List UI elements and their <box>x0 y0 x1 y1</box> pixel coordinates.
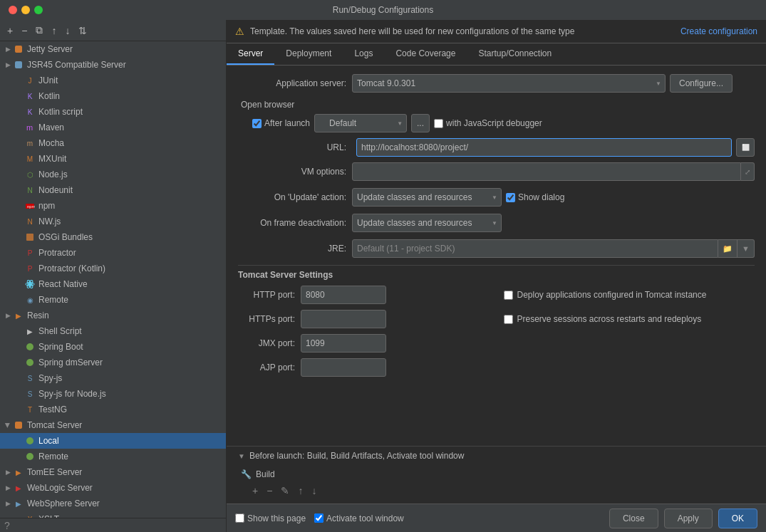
sidebar-item-spring-boot[interactable]: Spring Boot <box>0 339 226 355</box>
sidebar-item-testng[interactable]: TTestNG <box>0 402 226 417</box>
ajp-port-input[interactable] <box>301 358 386 377</box>
after-launch-checkbox[interactable] <box>252 119 262 128</box>
sidebar-item-label-websphere: WebSphere Server <box>27 499 100 508</box>
before-launch-header[interactable]: ▼ Before launch: Build, Build Artifacts,… <box>227 446 766 465</box>
launch-edit-button[interactable]: ✎ <box>278 484 292 498</box>
url-control: ⬜ <box>356 138 755 157</box>
remove-config-button[interactable]: − <box>19 24 30 38</box>
svg-point-11 <box>26 359 33 366</box>
add-config-button[interactable]: + <box>4 24 16 38</box>
js-debugger-checkbox-wrap: with JavaScript debugger <box>434 118 542 128</box>
launch-move-down-button[interactable]: ↓ <box>309 484 319 498</box>
launch-add-button[interactable]: + <box>249 484 261 498</box>
sidebar-item-spy-js-node[interactable]: SSpy-js for Node.js <box>0 386 226 402</box>
jre-dropdown-button[interactable]: ▼ <box>737 239 755 258</box>
show-page-checkbox[interactable] <box>235 513 244 523</box>
tab-coverage[interactable]: Code Coverage <box>384 43 467 65</box>
sidebar-item-protractor[interactable]: PProtractor <box>0 245 226 261</box>
jmx-port-input[interactable] <box>301 334 386 353</box>
vm-options-expand-button[interactable]: ⤢ <box>741 162 755 181</box>
sidebar-item-tomcat[interactable]: ▶Tomcat Server <box>0 417 226 433</box>
sidebar-item-react-native[interactable]: React Native <box>0 276 226 292</box>
sidebar-item-mocha[interactable]: mMocha <box>0 135 226 151</box>
sidebar-item-local[interactable]: Local <box>0 433 226 449</box>
sidebar-item-label-tomcat: Tomcat Server <box>27 420 82 430</box>
move-up-button[interactable]: ↑ <box>48 24 59 38</box>
url-input[interactable] <box>356 138 732 157</box>
sort-button[interactable]: ⇅ <box>76 24 90 38</box>
minimize-window-button[interactable] <box>21 6 30 14</box>
sidebar-item-junit[interactable]: JJUnit <box>0 73 226 88</box>
create-configuration-link[interactable]: Create configuration <box>680 26 757 36</box>
tree-arrow-resin: ▶ <box>3 311 13 320</box>
sidebar-item-remote2[interactable]: Remote <box>0 449 226 464</box>
move-down-button[interactable]: ↓ <box>62 24 73 38</box>
sidebar-item-resin[interactable]: ▶▶Resin <box>0 308 226 323</box>
on-update-select[interactable]: Update classes and resources Update reso… <box>352 188 502 207</box>
js-debugger-checkbox[interactable] <box>434 119 443 128</box>
item-icon-mxunit: M <box>24 153 36 165</box>
show-page-label: Show this page <box>247 513 306 523</box>
launch-move-up-button[interactable]: ↑ <box>295 484 306 498</box>
deploy-tomcat-checkbox[interactable] <box>504 291 513 300</box>
app-server-select-wrap: Tomcat 9.0.301 <box>352 74 666 93</box>
preserve-sessions-checkbox[interactable] <box>504 315 513 324</box>
sidebar-item-nodeunit[interactable]: NNodeunit <box>0 182 226 198</box>
maximize-window-button[interactable] <box>34 6 43 14</box>
ok-button[interactable]: OK <box>718 508 757 528</box>
tree-arrow-jetty: ▶ <box>3 44 13 54</box>
tab-server[interactable]: Server <box>227 43 274 65</box>
close-button[interactable]: Close <box>609 508 658 528</box>
apply-button[interactable]: Apply <box>664 508 713 528</box>
tab-startup[interactable]: Startup/Connection <box>467 43 563 65</box>
vm-options-input[interactable] <box>352 162 741 181</box>
item-icon-kotlin-script: K <box>24 106 36 118</box>
sidebar-item-nw[interactable]: NNW.js <box>0 214 226 229</box>
sidebar-item-shell-script[interactable]: ▶Shell Script <box>0 323 226 339</box>
vm-options-control: ⤢ <box>352 162 755 181</box>
show-dialog-checkbox[interactable] <box>506 193 515 202</box>
sidebar-item-spring-dm[interactable]: Spring dmServer <box>0 355 226 370</box>
configure-button[interactable]: Configure... <box>670 74 733 93</box>
jre-label: JRE: <box>238 244 352 254</box>
sidebar-item-maven[interactable]: mMaven <box>0 120 226 135</box>
browser-more-button[interactable]: ... <box>411 114 430 132</box>
url-browse-button[interactable]: ⬜ <box>736 138 755 157</box>
item-icon-protractor-kt: P <box>24 263 36 274</box>
close-window-button[interactable] <box>9 6 17 14</box>
on-frame-select[interactable]: Update classes and resources Update reso… <box>352 214 502 232</box>
tab-deployment[interactable]: Deployment <box>274 43 343 65</box>
sidebar-item-protractor-kt[interactable]: PProtractor (Kotlin) <box>0 261 226 276</box>
sidebar-item-nodejs[interactable]: ⬡Node.js <box>0 167 226 182</box>
activate-tool-checkbox[interactable] <box>314 513 324 523</box>
sidebar-item-mxunit[interactable]: MMXUnit <box>0 151 226 167</box>
svg-rect-5 <box>26 234 33 241</box>
sidebar-item-label-react-native: React Native <box>38 279 88 289</box>
window-controls[interactable] <box>9 6 43 14</box>
tree-arrow-tomcat: ▶ <box>3 420 13 430</box>
sidebar-item-jetty[interactable]: ▶Jetty Server <box>0 41 226 57</box>
sidebar-item-kotlin-script[interactable]: KKotlin script <box>0 104 226 120</box>
sidebar-item-jsr45[interactable]: ▶JSR45 Compatible Server <box>0 57 226 73</box>
tab-logs[interactable]: Logs <box>343 43 384 65</box>
browser-select[interactable]: Default <box>314 114 407 132</box>
sidebar-item-npm[interactable]: npmnpm <box>0 198 226 214</box>
https-port-input[interactable] <box>301 310 386 328</box>
app-server-select[interactable]: Tomcat 9.0.301 <box>352 74 666 93</box>
sidebar-item-kotlin[interactable]: KKotlin <box>0 88 226 104</box>
sidebar-item-osgi[interactable]: OSGi Bundles <box>0 229 226 245</box>
on-update-select-wrap: Update classes and resources Update reso… <box>352 188 502 207</box>
http-port-input[interactable] <box>301 286 386 304</box>
open-browser-label: Open browser <box>238 100 755 110</box>
sidebar-item-spy-js[interactable]: SSpy-js <box>0 370 226 386</box>
launch-remove-button[interactable]: − <box>264 484 275 498</box>
jre-input[interactable] <box>352 239 718 258</box>
sidebar-item-remote[interactable]: ◉Remote <box>0 292 226 308</box>
sidebar-item-websphere[interactable]: ▶▶WebSphere Server <box>0 496 226 511</box>
sidebar-item-tomee[interactable]: ▶▶TomEE Server <box>0 464 226 480</box>
sidebar-item-label-spring-boot: Spring Boot <box>38 342 83 352</box>
copy-config-button[interactable]: ⧉ <box>33 23 46 38</box>
sidebar-item-xslt[interactable]: XXSLT <box>0 511 226 518</box>
jre-folder-button[interactable]: 📁 <box>718 239 737 258</box>
sidebar-item-weblogic[interactable]: ▶▶WebLogic Server <box>0 480 226 496</box>
